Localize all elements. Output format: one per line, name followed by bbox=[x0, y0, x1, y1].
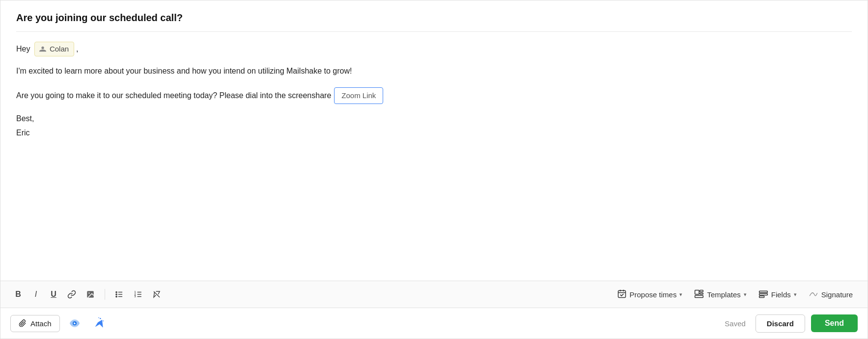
separator1 bbox=[105, 289, 105, 300]
fields-button[interactable]: Fields ▾ bbox=[754, 286, 802, 303]
svg-point-31 bbox=[75, 322, 76, 323]
attach-label: Attach bbox=[30, 319, 52, 328]
svg-point-6 bbox=[116, 294, 117, 295]
link-button[interactable] bbox=[63, 286, 80, 303]
svg-rect-15 bbox=[618, 290, 625, 297]
email-body: Are you joining our scheduled call? Hey … bbox=[0, 0, 868, 281]
svg-rect-23 bbox=[759, 291, 767, 292]
svg-point-7 bbox=[116, 296, 117, 297]
send-button[interactable]: Send bbox=[811, 314, 858, 332]
signature-icon bbox=[809, 289, 818, 300]
numbered-list-button[interactable]: 1 2 3 bbox=[130, 286, 146, 303]
zoom-link-text: Zoom Link bbox=[341, 90, 376, 102]
svg-point-33 bbox=[102, 320, 103, 321]
templates-chevron: ▾ bbox=[744, 291, 747, 298]
clear-format-button[interactable] bbox=[148, 286, 165, 303]
templates-button[interactable]: Templates ▾ bbox=[689, 286, 751, 303]
italic-button[interactable]: I bbox=[28, 286, 44, 303]
propose-times-chevron: ▾ bbox=[679, 291, 682, 298]
closing-line2: Eric bbox=[16, 126, 852, 140]
svg-rect-24 bbox=[759, 293, 767, 295]
greeting-suffix: , bbox=[76, 43, 78, 55]
zoom-link-chip[interactable]: Zoom Link bbox=[334, 87, 383, 104]
paragraph2-line: Are you going to make it to our schedule… bbox=[16, 87, 852, 104]
discard-button[interactable]: Discard bbox=[756, 314, 805, 333]
propose-times-icon bbox=[617, 289, 627, 300]
arrow-send-icon bbox=[92, 317, 105, 330]
email-composer: Are you joining our scheduled call? Hey … bbox=[0, 0, 868, 339]
email-content: Hey Colan , I'm excited to learn more ab… bbox=[16, 42, 852, 140]
svg-rect-20 bbox=[700, 290, 703, 291]
svg-rect-19 bbox=[695, 290, 699, 294]
saved-status: Saved bbox=[725, 319, 746, 328]
email-closing: Best, Eric bbox=[16, 112, 852, 140]
signature-button[interactable]: Signature bbox=[804, 286, 858, 303]
bold-button[interactable]: B bbox=[10, 286, 26, 303]
signature-label: Signature bbox=[821, 290, 853, 299]
svg-rect-22 bbox=[695, 295, 703, 297]
svg-point-5 bbox=[116, 291, 117, 292]
propose-times-label: Propose times bbox=[630, 290, 677, 299]
paragraph2-prefix: Are you going to make it to our schedule… bbox=[16, 89, 331, 102]
svg-point-32 bbox=[100, 318, 101, 319]
closing-line1: Best, bbox=[16, 112, 852, 126]
image-button[interactable] bbox=[82, 286, 99, 303]
fields-chevron: ▾ bbox=[794, 291, 797, 298]
greeting-line: Hey Colan , bbox=[16, 42, 852, 56]
eye-icon bbox=[69, 317, 81, 329]
templates-icon bbox=[694, 289, 704, 300]
underline-button[interactable]: U bbox=[46, 286, 61, 303]
attach-icon bbox=[19, 319, 27, 327]
attach-button[interactable]: Attach bbox=[10, 315, 60, 332]
svg-point-1 bbox=[88, 292, 89, 293]
bullet-list-button[interactable] bbox=[111, 286, 128, 303]
templates-label: Templates bbox=[707, 290, 740, 299]
svg-text:3: 3 bbox=[135, 295, 136, 298]
propose-times-button[interactable]: Propose times ▾ bbox=[612, 286, 688, 303]
formatting-toolbar: B I U bbox=[0, 281, 868, 308]
fields-label: Fields bbox=[771, 290, 791, 299]
fields-icon bbox=[758, 289, 768, 300]
bottom-bar: Attach Saved bbox=[0, 308, 868, 339]
svg-rect-25 bbox=[759, 296, 764, 297]
recipient-name-text: Colan bbox=[50, 43, 69, 55]
svg-point-34 bbox=[98, 317, 99, 318]
svg-rect-21 bbox=[700, 293, 703, 294]
paragraph1: I'm excited to learn more about your bus… bbox=[16, 64, 852, 78]
recipient-name-chip[interactable]: Colan bbox=[34, 42, 74, 56]
send-arrow-button[interactable] bbox=[89, 314, 108, 333]
greeting-prefix: Hey bbox=[16, 43, 30, 55]
preview-button[interactable] bbox=[66, 314, 84, 332]
person-icon bbox=[39, 45, 47, 53]
email-subject: Are you joining our scheduled call? bbox=[16, 12, 852, 32]
